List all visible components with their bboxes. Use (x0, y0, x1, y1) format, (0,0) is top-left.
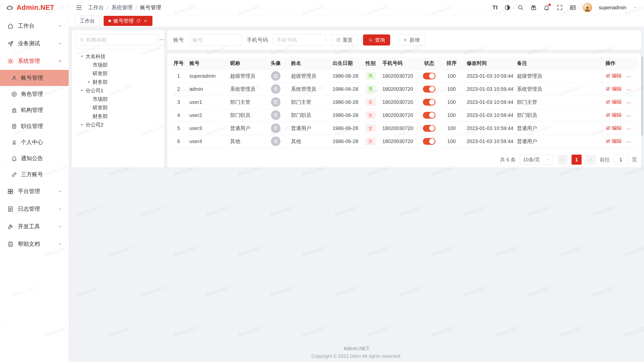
notification-bell-button[interactable] (543, 4, 550, 11)
column-header: 操作 (602, 57, 637, 69)
search-icon[interactable] (517, 4, 524, 11)
user-avatar[interactable] (583, 3, 592, 12)
sidebar-item-dev-tools[interactable]: 开发工具 (0, 218, 69, 235)
prev-page-button[interactable] (557, 155, 568, 165)
sidebar-subitem-role-mgmt[interactable]: 角色管理 (0, 86, 69, 102)
edit-button[interactable]: 编辑 (606, 138, 622, 145)
column-header: 排序 (440, 57, 463, 69)
sidebar-subitem-personal-center[interactable]: 个人中心 (0, 134, 69, 150)
sidebar-item-help-docs[interactable]: 帮助文档 (0, 235, 69, 253)
sidebar-subitem-notice[interactable]: 通知公告 (0, 150, 69, 166)
tree-node-label: 研发部 (93, 104, 108, 111)
breadcrumb-item[interactable]: 系统管理 (111, 4, 133, 11)
sidebar-item-system-mgmt[interactable]: 系统管理 (0, 52, 69, 70)
more-actions-button[interactable] (626, 74, 631, 79)
cell-remark: 部门职员 (513, 109, 602, 122)
sidebar-subitem-org-mgmt[interactable]: 机构管理 (0, 102, 69, 118)
close-icon[interactable] (143, 19, 148, 23)
account-input[interactable] (189, 34, 242, 46)
right-column: 账号 手机号码 重置 查询 新增 (167, 30, 641, 167)
tree-node[interactable]: 研发部 (76, 69, 160, 78)
status-toggle[interactable] (423, 112, 435, 119)
status-toggle[interactable] (423, 125, 435, 132)
goto-page-input[interactable] (614, 155, 628, 165)
sidebar-subitem-account-mgmt[interactable]: 账号管理 (0, 70, 69, 86)
tree-node[interactable]: 市场部 (76, 95, 160, 103)
edit-button[interactable]: 编辑 (606, 112, 622, 118)
tree-node-label: 研发部 (93, 70, 108, 77)
page-number-button[interactable]: 1 (572, 155, 582, 165)
badge-icon (11, 123, 17, 129)
status-toggle[interactable] (423, 99, 435, 106)
tab-workbench[interactable]: 工作台 (75, 16, 100, 26)
arrow-right-icon (588, 157, 593, 162)
footer-copyright: Copyright © 2022 Dilon All rights reserv… (69, 353, 644, 359)
tri-down-icon[interactable] (80, 89, 84, 93)
breadcrumb-item[interactable]: 工作台 (88, 4, 104, 11)
more-actions-button[interactable] (626, 87, 631, 93)
more-actions-button[interactable] (626, 113, 631, 119)
edit-button[interactable]: 编辑 (606, 99, 622, 105)
edit-button[interactable]: 编辑 (606, 125, 622, 131)
avatar: 其 (271, 137, 280, 146)
tree-more-button[interactable] (159, 34, 165, 45)
org-search-input[interactable] (76, 34, 156, 45)
cell-remark: 超级管理员 (513, 69, 602, 82)
column-header: 状态 (418, 57, 440, 69)
tree-node[interactable]: 分公司2 (76, 120, 160, 129)
tree-node[interactable]: 财务部 (76, 78, 160, 86)
tri-right-icon[interactable] (87, 80, 91, 84)
more-actions-button[interactable] (626, 126, 631, 132)
fullscreen-icon[interactable] (556, 4, 563, 11)
user-menu-chevron-icon[interactable] (633, 5, 637, 10)
page-size-value: 10条/页 (523, 156, 540, 163)
tri-right-icon[interactable] (80, 123, 84, 127)
more-actions-button[interactable] (626, 139, 631, 145)
scrollbar-thumb[interactable] (641, 57, 643, 136)
next-page-button[interactable] (586, 155, 596, 165)
cell-nickname: 普通用户 (227, 122, 264, 135)
tree-node[interactable]: 分公司1 (76, 86, 160, 95)
sidebar-subitem-third-account[interactable]: 三方账号 (0, 166, 69, 183)
edit-button[interactable]: 编辑 (606, 72, 622, 79)
cell-phone: 18020030720 (379, 82, 418, 96)
tree-node[interactable]: 大名科技 (76, 52, 160, 61)
avatar: 部 (271, 97, 280, 107)
username[interactable]: superadmin (599, 5, 626, 11)
add-button[interactable]: 新增 (398, 34, 425, 46)
search-button[interactable]: 查询 (363, 34, 390, 46)
refresh-icon[interactable] (136, 19, 141, 23)
reset-button[interactable]: 重置 (331, 34, 358, 46)
sidebar-item-platform-mgmt[interactable]: 平台管理 (0, 183, 69, 200)
status-toggle[interactable] (423, 73, 435, 79)
theme-icon[interactable] (530, 4, 537, 11)
more-actions-button[interactable] (626, 100, 631, 106)
layout-config-icon[interactable] (504, 4, 511, 11)
page-size-select[interactable]: 10条/页 (520, 155, 553, 165)
cell-actions: 编辑 (602, 69, 637, 82)
hamburger-icon[interactable] (75, 4, 83, 11)
profile-card-icon[interactable] (570, 4, 576, 11)
phone-input[interactable] (273, 34, 326, 46)
tree-node[interactable]: 研发部 (76, 103, 160, 112)
phone-label: 手机号码 (247, 36, 268, 43)
font-size-icon[interactable]: Tt (493, 4, 498, 11)
sidebar-item-workbench[interactable]: 工作台 (0, 17, 69, 35)
column-header: 修改时间 (463, 57, 513, 69)
tab-account-mgmt[interactable]: 账号管理 (104, 16, 152, 26)
status-toggle[interactable] (423, 138, 435, 145)
tree-node[interactable]: 市场部 (76, 61, 160, 69)
tree-node[interactable]: 财务部 (76, 112, 160, 120)
brand[interactable]: Admin.NET (0, 0, 69, 15)
grid-icon (7, 188, 14, 195)
tri-down-icon[interactable] (80, 55, 84, 58)
org-search-field[interactable] (86, 37, 153, 43)
sidebar-item-business-test[interactable]: 业务测试 (0, 35, 69, 52)
edit-button[interactable]: 编辑 (606, 85, 622, 92)
sidebar-item-log-mgmt[interactable]: 日志管理 (0, 200, 69, 218)
status-toggle[interactable] (423, 86, 435, 93)
sidebar-subitem-position-mgmt[interactable]: 职位管理 (0, 118, 69, 134)
sidebar-subitem-label: 账号管理 (21, 74, 43, 82)
cell-gender: 女 (362, 109, 379, 122)
cell-modified-time: 2023-01-03 10:59:44 (463, 135, 513, 148)
